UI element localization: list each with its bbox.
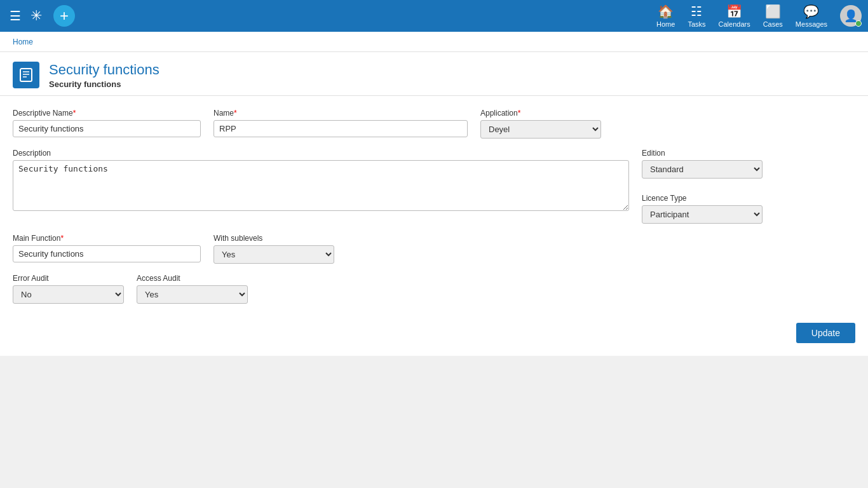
description-textarea[interactable]: Security functions [13,160,629,211]
nav-cases-label: Cases [763,20,783,28]
access-audit-label: Access Audit [137,274,254,283]
access-audit-select[interactable]: Yes No [137,285,248,304]
name-group: Name* [214,109,468,137]
messages-icon: 💬 [803,4,819,19]
descriptive-name-label: Descriptive Name* [13,109,201,118]
access-audit-group: Access Audit Yes No [137,274,254,304]
application-required: * [518,109,521,118]
nav-cases[interactable]: ⬜ Cases [763,4,783,28]
with-sublevels-select[interactable]: Yes No [214,245,334,264]
form-row-4: Error Audit No Yes Access Audit Yes No [13,274,855,304]
licence-type-label: Licence Type [642,194,763,203]
application-label: Application* [480,109,601,118]
topbar: ☰ ✳ + 🏠 Home ☷ Tasks 📅 Calendars ⬜ Cases… [0,0,868,32]
page-header-text: Security functions Security functions [49,62,159,89]
calendars-icon: 📅 [726,4,742,19]
with-sublevels-label: With sublevels [214,234,334,243]
descriptive-name-required: * [73,109,76,118]
error-audit-group: Error Audit No Yes [13,274,124,304]
nav-tasks[interactable]: ☷ Tasks [688,4,705,28]
logo-icon: ✳ [31,8,42,24]
nav-home[interactable]: 🏠 Home [656,4,675,28]
application-select[interactable]: Deyel [480,120,601,139]
application-group: Application* Deyel [480,109,601,139]
nav-home-label: Home [656,20,675,28]
nav-calendars[interactable]: 📅 Calendars [719,4,750,28]
form-row-1: Descriptive Name* Name* Application* Dey… [13,109,855,139]
topbar-left: ☰ ✳ + [6,5,75,27]
edition-group: Edition Standard [642,149,763,179]
licence-type-select[interactable]: Participant [642,205,763,224]
descriptive-name-input[interactable] [13,120,201,137]
form-row-3: Main Function* With sublevels Yes No [13,234,855,264]
name-required: * [234,109,237,118]
form-row-2: Description Security functions Edition S… [13,149,855,224]
main-content: Descriptive Name* Name* Application* Dey… [0,96,868,356]
avatar-wrap[interactable]: 👤 [840,5,862,27]
topbar-right: 🏠 Home ☷ Tasks 📅 Calendars ⬜ Cases 💬 Mes… [656,4,862,28]
tasks-icon: ☷ [691,4,702,19]
update-button[interactable]: Update [796,323,855,343]
add-button[interactable]: + [53,5,75,27]
page-icon [13,62,39,88]
page-header: Security functions Security functions [0,52,868,96]
home-icon: 🏠 [658,4,674,19]
with-sublevels-group: With sublevels Yes No [214,234,334,264]
main-function-required: * [60,234,64,243]
nav-messages-label: Messages [796,20,827,28]
descriptive-name-group: Descriptive Name* [13,109,201,137]
cases-icon: ⬜ [765,4,781,19]
avatar-status [855,20,862,27]
page-title: Security functions [49,62,159,78]
hamburger-icon[interactable]: ☰ [6,5,24,27]
nav-messages[interactable]: 💬 Messages [796,4,827,28]
nav-tasks-label: Tasks [688,20,705,28]
breadcrumb-home-link[interactable]: Home [13,37,33,46]
edition-select[interactable]: Standard [642,160,763,179]
edition-label: Edition [642,149,763,158]
breadcrumb: Home [0,32,868,52]
main-function-label: Main Function* [13,234,201,243]
main-function-group: Main Function* [13,234,201,262]
licence-type-group: Licence Type Participant [642,194,763,224]
description-label: Description [13,149,629,158]
error-audit-label: Error Audit [13,274,124,283]
btn-row: Update [13,316,855,343]
error-audit-select[interactable]: No Yes [13,285,124,304]
name-input[interactable] [214,120,468,137]
nav-calendars-label: Calendars [719,20,750,28]
page-subtitle: Security functions [49,79,159,89]
svg-rect-0 [20,69,32,81]
name-label: Name* [214,109,468,118]
main-function-input[interactable] [13,245,201,262]
description-group: Description Security functions [13,149,629,211]
